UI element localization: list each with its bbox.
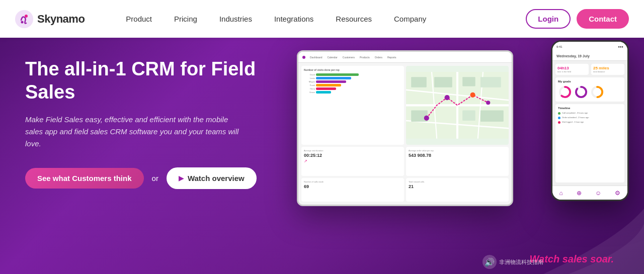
stat-avg-order: Average order value per rep 543 908.78 (406, 147, 509, 176)
bar-row: Harry (304, 87, 401, 90)
bar-row: Grace (304, 91, 401, 94)
bar-label: Lewis (304, 77, 315, 79)
hero-content: The all-in-1 CRM for Field Sales Make Fi… (15, 38, 257, 189)
svg-rect-7 (411, 77, 427, 87)
tablet-logo-dot (302, 56, 305, 59)
timeline-dot-2 (558, 117, 560, 119)
tab-products: Products (358, 56, 371, 59)
phone-bottom-nav: ⌂ ⊕ ☺ ⚙ (552, 186, 627, 200)
phone-signal: ●●● (618, 45, 623, 48)
bar-fill (316, 73, 359, 76)
stat-calls-made: Number of calls made 69 (301, 178, 404, 202)
timeline-item-2: Order submitted - 2 hours ago (558, 116, 622, 119)
bar-chart: David Lewis Megan Frank Harry Grace (304, 73, 401, 94)
svg-point-21 (576, 87, 586, 97)
bar-fill (316, 87, 336, 90)
login-button[interactable]: Login (526, 9, 571, 29)
goal-donut-2 (574, 85, 588, 99)
nav-integrations[interactable]: Integrations (263, 0, 325, 38)
nav-industries[interactable]: Industries (208, 0, 263, 38)
bar-fill (316, 80, 346, 83)
phone-time-val: 04h13 (557, 66, 587, 70)
nav-resources[interactable]: Resources (325, 0, 383, 38)
svg-point-14 (424, 116, 429, 121)
bar-row: Megan (304, 80, 401, 83)
visits-chart: Number of visits done per rep David Lewi… (301, 66, 404, 145)
logo-icon (15, 10, 33, 28)
bar-row: David (304, 73, 401, 76)
bar-fill (316, 77, 351, 79)
tablet-header: Dashboard Calendar Customers Products Or… (298, 52, 512, 63)
watch-overview-label: Watch overview (188, 174, 245, 182)
bar-label: Frank (304, 84, 315, 86)
goals-row (558, 85, 622, 99)
svg-rect-9 (462, 77, 475, 86)
tablet-body: Number of visits done per rep David Lewi… (298, 63, 512, 205)
goal-donut-1 (558, 85, 572, 99)
timeline-item-3: Visit logged - 1 hour ago (558, 121, 622, 124)
phone-date: Wednesday, 19 July (556, 54, 623, 58)
svg-point-25 (25, 15, 28, 18)
timeline-text-1: Call completed - 3 hours ago (562, 112, 588, 115)
stat3-label: Number of calls made (304, 180, 401, 183)
watermark: 🔊 非洲物流科技指南 (482, 255, 543, 269)
hero-actions: See what Customers think or ▶ Watch over… (25, 167, 257, 189)
header: Skynamo Product Pricing Industries Integ… (0, 0, 644, 38)
timeline-item-1: Call completed - 3 hours ago (558, 112, 622, 115)
phone-stat-miles: 25 miles total distance (591, 64, 624, 75)
svg-rect-10 (480, 77, 501, 87)
phone-time-lbl: time in the field (557, 70, 587, 73)
main-nav: Product Pricing Industries Integrations … (115, 0, 526, 38)
bar-label: Megan (304, 80, 315, 83)
or-text: or (152, 174, 158, 182)
phone-body: 04h13 time in the field 25 miles total d… (552, 61, 627, 186)
svg-rect-13 (480, 111, 504, 122)
timeline-text-3: Visit logged - 1 hour ago (562, 121, 584, 124)
svg-point-17 (486, 101, 490, 105)
timeline-title: Timeline (558, 107, 622, 110)
customers-button[interactable]: See what Customers think (25, 168, 144, 189)
bar-label: Harry (304, 87, 315, 90)
stat-missed-calls: Total missed calls 21 (406, 178, 509, 202)
bar-label: David (304, 73, 315, 76)
phone-header: Wednesday, 19 July (552, 52, 627, 61)
watermark-icon: 🔊 (482, 255, 497, 269)
goals-section: My goals (555, 77, 624, 102)
tablet-nav: Dashboard Calendar Customers Products Or… (308, 56, 397, 59)
hero-subtitle: Make Field Sales easy, effective and eff… (25, 114, 242, 150)
watermark-text: 非洲物流科技指南 (499, 258, 543, 266)
svg-point-15 (445, 95, 450, 100)
contact-button[interactable]: Contact (577, 9, 629, 29)
bar-row: Lewis (304, 77, 401, 79)
stat2-value: 543 908.78 (409, 153, 506, 158)
timeline-dot-3 (558, 121, 560, 124)
nav-pricing[interactable]: Pricing (163, 0, 208, 38)
hero-section: The all-in-1 CRM for Field Sales Make Fi… (0, 0, 644, 274)
tab-reports: Reports (386, 56, 398, 59)
nav-actions: Login Contact (526, 9, 629, 29)
nav-company[interactable]: Company (383, 0, 437, 38)
phone-stat-time: 04h13 time in the field (555, 64, 589, 75)
chart-title: Number of visits done per rep (304, 68, 401, 71)
phone-miles-lbl: total distance (593, 70, 622, 73)
stat1-value: 00:25:12 (304, 153, 401, 158)
bar-row: Frank (304, 84, 401, 86)
phone-nav-user-icon[interactable]: ☺ (595, 190, 601, 197)
tab-dashboard: Dashboard (308, 56, 324, 59)
stat1-trend: ↗ (304, 159, 401, 163)
watch-overview-button[interactable]: ▶ Watch overview (167, 167, 257, 189)
logo: Skynamo (15, 10, 85, 28)
nav-product[interactable]: Product (115, 0, 163, 38)
phone-nav-settings-icon[interactable]: ⚙ (615, 190, 620, 197)
phone-status-bar: 9:41 ●●● (552, 42, 627, 52)
phone-nav-search-icon[interactable]: ⊕ (577, 190, 582, 197)
phone-nav-home-icon[interactable]: ⌂ (559, 190, 563, 197)
phone-miles-val: 25 miles (593, 66, 622, 70)
tablet-screen: Dashboard Calendar Customers Products Or… (298, 52, 512, 205)
svg-point-26 (21, 21, 24, 23)
play-icon: ▶ (179, 174, 184, 182)
bar-fill (316, 91, 331, 94)
phone-mockup: 9:41 ●●● Wednesday, 19 July 04h13 time i… (551, 40, 629, 201)
svg-point-16 (470, 93, 475, 98)
phone-time: 9:41 (556, 45, 562, 48)
